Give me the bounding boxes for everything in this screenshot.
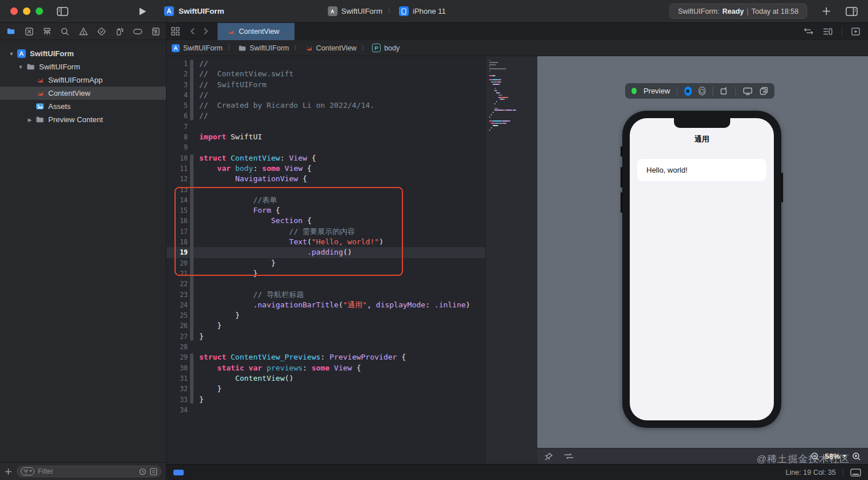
code-line[interactable]: 10struct ContentView: View { — [166, 153, 485, 163]
find-navigator-icon[interactable] — [60, 27, 69, 36]
zoom-level[interactable]: 58% — [825, 452, 847, 461]
code-line[interactable]: 26} — [166, 321, 485, 331]
status-divider: | — [747, 7, 749, 15]
breadcrumb-project[interactable]: SwiftUIForm — [183, 44, 223, 52]
source-control-filter-icon[interactable] — [150, 468, 157, 475]
jump-bar: SwiftUIForm 〉 SwiftUIForm 〉 ContentView … — [166, 40, 868, 56]
code-review-icon[interactable] — [804, 28, 813, 35]
code-line[interactable]: 24.navigationBarTitle("通用", displayMode:… — [166, 300, 485, 310]
code-line[interactable]: 6// — [166, 111, 485, 121]
code-line[interactable]: 29struct ContentView_Previews: PreviewPr… — [166, 352, 485, 362]
add-file-icon[interactable] — [5, 468, 12, 475]
issue-navigator-icon[interactable] — [79, 27, 88, 36]
code-line[interactable]: 3// SwiftUIForm — [166, 80, 485, 90]
scheme-app-icon — [328, 6, 338, 16]
code-line[interactable]: 9 — [166, 142, 485, 153]
code-line[interactable]: 11var body: some View { — [166, 163, 485, 174]
close-window-button[interactable] — [10, 7, 18, 15]
pin-preview-icon[interactable] — [544, 452, 553, 461]
power-button — [781, 173, 783, 202]
sidebar-item-group[interactable]: ▼ SwiftUIForm — [0, 60, 166, 73]
code-line[interactable]: 34 — [166, 405, 485, 415]
zoom-out-icon[interactable] — [811, 452, 820, 461]
code-line[interactable]: 30static var previews: some View { — [166, 363, 485, 373]
device-settings-button[interactable] — [720, 87, 728, 95]
sidebar-item-swiftuiformapp[interactable]: SwiftUIFormApp — [0, 73, 166, 87]
breadcrumb-swift-icon — [305, 44, 313, 52]
iphone-preview-device[interactable]: 通用 Hello, world! — [622, 111, 781, 428]
go-forward-icon[interactable] — [203, 28, 208, 35]
symbol-navigator-icon[interactable] — [42, 27, 52, 36]
code-line[interactable]: 33} — [166, 395, 485, 405]
code-line[interactable]: 7 — [166, 122, 485, 132]
preview-on-device-button[interactable] — [743, 87, 753, 95]
report-navigator-icon[interactable] — [152, 27, 160, 36]
disclosure-closed-icon[interactable]: ▶ — [26, 117, 33, 123]
disclosure-open-icon[interactable]: ▼ — [17, 64, 24, 70]
breadcrumb-group[interactable]: SwiftUIForm — [250, 44, 289, 52]
selectable-mode-button[interactable] — [699, 87, 706, 95]
scheme-name[interactable]: SwiftUIForm — [342, 7, 383, 15]
tab-contentview[interactable]: ContentView — [218, 23, 294, 40]
breadcrumb-sep: 〉 — [360, 44, 369, 52]
breakpoint-indicator[interactable] — [173, 470, 184, 475]
sidebar-item-assets[interactable]: Assets — [0, 100, 166, 113]
code-line[interactable]: 23// 导航栏标题 — [166, 290, 485, 300]
minimize-window-button[interactable] — [23, 7, 30, 15]
destination-name[interactable]: iPhone 11 — [413, 7, 446, 15]
recent-files-clock-icon[interactable] — [139, 468, 146, 475]
scheme-selector[interactable]: SwiftUIForm 〉 iPhone 11 — [328, 6, 446, 16]
code-line[interactable]: 22 — [166, 279, 485, 289]
zoom-window-button[interactable] — [36, 7, 43, 15]
breadcrumb-sep: 〉 — [293, 44, 301, 52]
editor-display-icon[interactable] — [850, 469, 861, 477]
code-line[interactable]: 8import SwiftUI — [166, 132, 485, 142]
breadcrumb-file[interactable]: ContentView — [316, 44, 357, 52]
run-button[interactable] — [138, 7, 147, 16]
breadcrumb-symbol[interactable]: body — [384, 44, 400, 52]
code-line[interactable]: 32} — [166, 384, 485, 394]
sidebar-item-preview-content[interactable]: ▶ Preview Content — [0, 113, 166, 126]
sidebar-item-project[interactable]: ▼ SwiftUIForm — [0, 47, 166, 60]
go-back-icon[interactable] — [190, 28, 195, 35]
code-line[interactable]: 5// Created by Ricardo Li on 2022/4/14. — [166, 100, 485, 111]
activity-viewer[interactable]: SwiftUIForm: Ready | Today at 18:58 — [669, 3, 807, 19]
source-control-navigator-icon[interactable] — [25, 27, 34, 36]
related-items-icon[interactable] — [171, 27, 180, 36]
code-line[interactable]: 2// ContentView.swift — [166, 69, 485, 79]
code-line[interactable]: 12NavigationView { — [166, 174, 485, 184]
toggle-navigator-icon[interactable] — [57, 7, 68, 16]
navigation-bar-title: 通用 — [630, 134, 774, 145]
source-editor[interactable]: 1//2// ContentView.swift3// SwiftUIForm4… — [166, 56, 485, 464]
code-line[interactable]: 1// — [166, 58, 485, 69]
add-editor-icon[interactable] — [851, 28, 860, 36]
test-navigator-icon[interactable] — [97, 27, 106, 36]
code-line[interactable]: 27} — [166, 331, 485, 342]
navigator-bar — [0, 23, 166, 40]
filter-field[interactable]: Filter — [17, 466, 161, 477]
project-navigator-icon[interactable] — [6, 27, 16, 36]
preview-toolbar: Preview — [625, 83, 774, 99]
duplicate-preview-button[interactable] — [760, 87, 768, 95]
debug-navigator-icon[interactable] — [115, 27, 124, 36]
status-project: SwiftUIForm: — [678, 7, 719, 15]
disclosure-open-icon[interactable]: ▼ — [8, 51, 15, 57]
breadcrumb-folder-icon — [238, 44, 246, 52]
code-line[interactable]: 25} — [166, 310, 485, 321]
filter-placeholder: Filter — [38, 467, 135, 475]
editor-options-icon[interactable] — [823, 28, 832, 36]
code-line[interactable]: 4// — [166, 90, 485, 100]
preview-screen: 通用 Hello, world! — [630, 118, 774, 420]
editor-minimap[interactable] — [485, 56, 537, 464]
zoom-in-icon[interactable] — [852, 452, 861, 461]
canvas-settings-icon[interactable] — [564, 452, 574, 460]
code-line[interactable]: 31ContentView() — [166, 373, 485, 384]
breakpoint-navigator-icon[interactable] — [133, 27, 143, 36]
sidebar-item-contentview[interactable]: ContentView — [0, 87, 166, 100]
library-plus-icon[interactable] — [822, 7, 831, 15]
form-cell[interactable]: Hello, world! — [637, 159, 766, 181]
code-line[interactable]: 28 — [166, 342, 485, 352]
line-col-indicator[interactable]: Line: 19 Col: 35 — [785, 469, 836, 477]
toggle-inspectors-icon[interactable] — [846, 7, 858, 16]
live-preview-button[interactable] — [684, 87, 692, 96]
